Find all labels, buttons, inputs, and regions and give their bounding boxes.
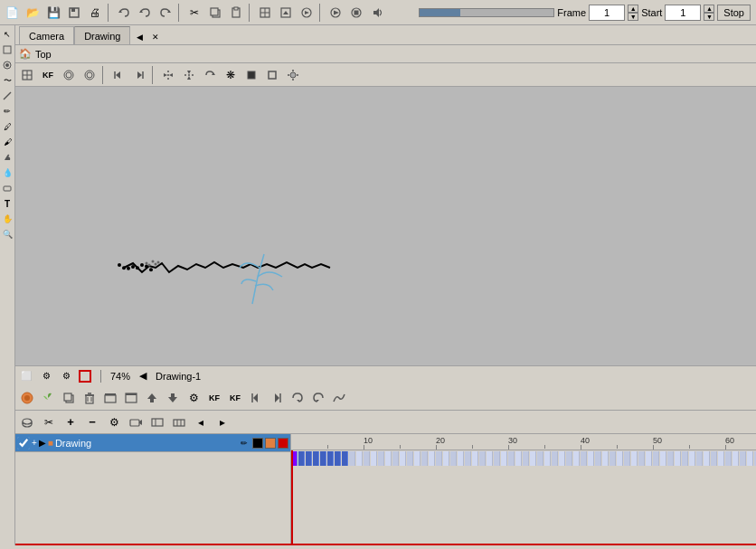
tl-add-col-btn[interactable]: + — [61, 412, 80, 432]
undo-btn[interactable] — [114, 3, 134, 23]
frame-block-empty[interactable] — [631, 451, 638, 466]
tl-curve-btn[interactable] — [329, 388, 349, 408]
sound-btn[interactable] — [367, 3, 387, 23]
pen-tool[interactable]: 🖊 — [0, 119, 14, 134]
tl-peg-btn[interactable] — [169, 412, 189, 432]
paste-btn[interactable] — [226, 3, 246, 23]
frame-block-empty[interactable] — [588, 451, 594, 466]
frame-block-empty[interactable] — [566, 451, 572, 466]
frame-block-empty[interactable] — [450, 451, 457, 466]
new-file-btn[interactable]: 📄 — [2, 3, 22, 23]
tl-settings-btn[interactable]: ⚙ — [184, 388, 203, 408]
frame-block-empty[interactable] — [523, 451, 529, 466]
tl-plant-btn[interactable] — [38, 388, 58, 408]
tl-settings2-btn[interactable]: ⚙ — [104, 412, 124, 432]
tl-sub-col-btn[interactable]: − — [82, 412, 102, 432]
prev-frame-btn[interactable] — [109, 65, 128, 85]
select-tool[interactable] — [0, 43, 14, 57]
redo-btn[interactable] — [156, 3, 175, 23]
stroke-btn[interactable] — [241, 65, 261, 85]
progress-slider[interactable] — [419, 8, 554, 17]
drawing-canvas[interactable] — [15, 87, 440, 317]
frame-block-empty[interactable] — [443, 451, 449, 466]
paint-tool[interactable] — [0, 150, 14, 165]
canvas-viewport[interactable]: (function() { const canvas = document.ge… — [15, 87, 756, 365]
tl-movedown-btn[interactable] — [163, 388, 183, 408]
frame-block-empty[interactable] — [617, 451, 623, 466]
frame-block[interactable] — [306, 451, 312, 466]
frame-block-empty[interactable] — [414, 451, 421, 466]
frame-block-empty[interactable] — [537, 451, 543, 466]
frame-block-empty[interactable] — [349, 451, 355, 466]
pencil-tool[interactable]: ✏ — [0, 104, 14, 118]
layer-row-drawing[interactable]: + ▶ ■ Drawing ✏ — [15, 434, 290, 452]
contour-tool[interactable]: 〜 — [0, 73, 14, 88]
frame-block-empty[interactable] — [407, 451, 413, 466]
frame-block-empty[interactable] — [552, 451, 558, 466]
timeline-frames[interactable] — [291, 450, 756, 544]
frame-block-empty[interactable] — [392, 451, 399, 466]
frame-block-empty[interactable] — [479, 451, 486, 466]
save-btn[interactable]: 💾 — [43, 3, 63, 23]
transform-tool[interactable] — [0, 58, 14, 72]
layer-visible-check[interactable] — [17, 437, 30, 450]
flip-v-btn[interactable] — [179, 65, 199, 85]
tl-collapse-btn[interactable] — [100, 388, 120, 408]
tl-loop2-btn[interactable] — [308, 388, 328, 408]
play-btn[interactable] — [326, 3, 345, 23]
layer-pencil-btn[interactable]: ✏ — [238, 437, 250, 450]
frame-block-empty[interactable] — [371, 451, 377, 466]
tl-next-frame-btn[interactable] — [267, 388, 287, 408]
hand-tool[interactable]: ✋ — [0, 212, 14, 226]
frame-block-empty[interactable] — [465, 451, 471, 466]
frame-block-empty[interactable] — [624, 451, 630, 466]
frame-block-empty[interactable] — [682, 451, 688, 466]
frame-block-empty[interactable] — [573, 451, 580, 466]
frame-block[interactable] — [342, 451, 348, 466]
frame-block-empty[interactable] — [472, 451, 478, 466]
frame-block-empty[interactable] — [740, 451, 746, 466]
tl-moveup-btn[interactable] — [142, 388, 162, 408]
frame-block-empty[interactable] — [385, 451, 392, 466]
eye-drop-tool[interactable]: 💧 — [0, 166, 14, 180]
frame-block-empty[interactable] — [378, 451, 384, 466]
cut-btn[interactable]: ✂ — [184, 3, 204, 23]
export-btn[interactable] — [297, 3, 317, 23]
frame-block[interactable] — [335, 451, 341, 466]
frame-block-empty[interactable] — [646, 451, 652, 466]
line-tool[interactable] — [0, 89, 14, 103]
tl-kf2-btn[interactable]: KF — [225, 388, 245, 408]
frame-block-empty[interactable] — [660, 451, 666, 466]
stop-btn-toolbar[interactable] — [346, 3, 366, 23]
arrow-tool[interactable]: ↖ — [0, 27, 14, 42]
undo2-btn[interactable] — [135, 3, 155, 23]
frame-block[interactable] — [313, 451, 319, 466]
frame-block-empty[interactable] — [356, 451, 363, 466]
print-btn[interactable]: 🖨 — [85, 3, 105, 23]
onion-skin-btn[interactable] — [59, 65, 79, 85]
frame-block-empty[interactable] — [364, 451, 370, 466]
timeline-ruler[interactable]: 102030405060708090 — [291, 434, 756, 450]
frame-block-empty[interactable] — [689, 451, 695, 466]
start-input[interactable] — [665, 5, 701, 21]
start-down-btn[interactable]: ▼ — [704, 13, 714, 21]
rotate-btn[interactable] — [200, 65, 220, 85]
frame-block-empty[interactable] — [696, 451, 703, 466]
frame-block-empty[interactable] — [421, 451, 428, 466]
tl-duplicate-btn[interactable] — [59, 388, 79, 408]
frame-block-empty[interactable] — [595, 451, 601, 466]
frame-block-empty[interactable] — [667, 451, 674, 466]
tl-delete-btn[interactable] — [80, 388, 99, 408]
frame-block-empty[interactable] — [400, 451, 406, 466]
frame-block[interactable] — [320, 451, 326, 466]
grid-toggle-btn[interactable] — [255, 3, 275, 23]
frame-block-empty[interactable] — [610, 451, 616, 466]
next-frame-btn[interactable] — [129, 65, 149, 85]
onion-skin2-btn[interactable] — [80, 65, 99, 85]
tl-scissors-btn[interactable]: ✂ — [39, 412, 59, 432]
frame-block-empty[interactable] — [429, 451, 435, 466]
open-btn[interactable]: 📂 — [23, 3, 43, 23]
frame-block-empty[interactable] — [718, 451, 724, 466]
frame-up-btn[interactable]: ▲ — [628, 5, 638, 13]
tl-new-drawing-btn[interactable] — [17, 388, 37, 408]
